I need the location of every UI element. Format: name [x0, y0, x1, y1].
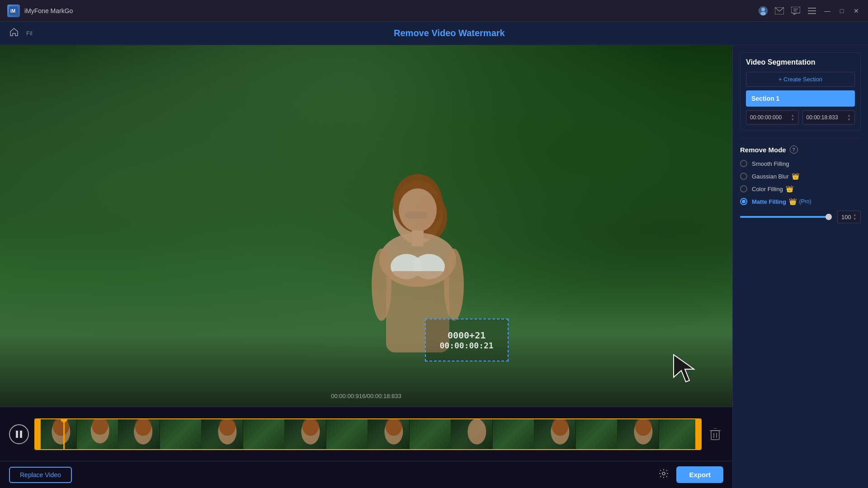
section-1-label: Section 1 [751, 95, 779, 102]
export-button[interactable]: Export [676, 466, 723, 483]
watermark-selection-box[interactable]: 0000+21 00:00:00:21 [425, 319, 509, 361]
svg-point-4 [760, 12, 766, 15]
chat-icon[interactable] [790, 5, 801, 16]
video-area: 0000+21 00:00:00:21 00:00:00:916/00:00:1… [0, 45, 732, 488]
cursor-arrow [671, 352, 698, 384]
timeline-playhead[interactable] [63, 418, 65, 449]
thumb-16 [659, 419, 701, 449]
titlebar: iM iMyFone MarkGo [0, 0, 868, 22]
opacity-slider-row: 100 ▲ ▼ [740, 211, 861, 223]
segmentation-title: Video Segmentation [746, 58, 855, 66]
thumb-15 [618, 419, 659, 449]
watermark-text-1: 0000+21 [448, 330, 486, 341]
svg-rect-6 [791, 7, 800, 13]
svg-point-16 [399, 188, 437, 232]
value-spinner[interactable]: ▲ ▼ [853, 213, 857, 221]
section-1-row: Section 1 00:00:00:000 ▲ ▼ 00:00:18:833 … [746, 90, 855, 125]
color-filling-option[interactable]: Color Filling 👑 [740, 185, 861, 192]
timeline-left-handle[interactable] [35, 419, 41, 449]
svg-point-22 [372, 249, 392, 321]
section-1-item[interactable]: Section 1 [746, 90, 855, 107]
svg-rect-43 [711, 431, 719, 440]
toolbar: Fil Remove Video Watermark [0, 22, 868, 45]
thumb-6 [243, 419, 285, 449]
gaussian-pro-badge: 👑 [792, 173, 799, 180]
timeline-area [0, 407, 732, 461]
opacity-slider-track[interactable] [740, 216, 832, 218]
menu-icon[interactable] [807, 5, 817, 16]
color-pro-badge: 👑 [786, 185, 793, 192]
matte-filling-radio[interactable] [740, 198, 747, 205]
video-container[interactable]: 0000+21 00:00:00:21 00:00:00:916/00:00:1… [0, 45, 732, 407]
thumb-1 [35, 419, 77, 449]
thumb-10 [410, 419, 451, 449]
start-spinner[interactable]: ▲ ▼ [791, 113, 795, 122]
page-title: Remove Video Watermark [40, 28, 859, 38]
maximize-button[interactable]: □ [837, 6, 846, 15]
app-logo: iM [7, 5, 20, 17]
video-time-display: 00:00:00:916/00:00:18:833 [331, 393, 401, 399]
color-filling-label: Color Filling 👑 [752, 185, 793, 192]
timeline-track[interactable] [34, 418, 702, 450]
smooth-filling-option[interactable]: Smooth Filling [740, 160, 861, 167]
remove-mode-panel: Remove Mode ? Smooth Filling Gaussian Bl… [740, 138, 861, 223]
thumb-3 [118, 419, 160, 449]
app-title: iMyFone MarkGo [24, 7, 758, 14]
remove-mode-title: Remove Mode ? [740, 145, 861, 154]
window-controls: — □ ✕ [758, 5, 861, 16]
timeline-thumbnails [35, 419, 701, 449]
thumb-11 [451, 419, 493, 449]
settings-icon[interactable] [658, 468, 669, 481]
home-icon[interactable] [9, 27, 19, 39]
end-spinner[interactable]: ▲ ▼ [847, 113, 851, 122]
watermark-text-2: 00:00:00:21 [439, 341, 493, 350]
svg-text:iM: iM [10, 9, 15, 14]
gaussian-blur-label: Gaussian Blur 👑 [752, 173, 799, 180]
smooth-filling-label: Smooth Filling [752, 160, 789, 167]
thumb-13 [534, 419, 576, 449]
section-1-end-input[interactable]: 00:00:18:833 ▲ ▼ [802, 110, 855, 125]
thumb-14 [576, 419, 618, 449]
mail-icon[interactable] [774, 5, 785, 16]
thumb-12 [493, 419, 534, 449]
thumb-7 [285, 419, 326, 449]
timeline-right-handle[interactable] [695, 419, 701, 449]
replace-video-button[interactable]: Replace Video [9, 467, 72, 483]
section-1-times: 00:00:00:000 ▲ ▼ 00:00:18:833 ▲ ▼ [746, 110, 855, 125]
gaussian-blur-radio[interactable] [740, 173, 747, 180]
svg-rect-25 [20, 431, 22, 438]
help-icon[interactable]: ? [790, 145, 798, 154]
create-section-button[interactable]: + Create Section [746, 72, 855, 87]
segmentation-panel: Video Segmentation + Create Section Sect… [740, 52, 861, 131]
opacity-value[interactable]: 100 ▲ ▼ [837, 211, 861, 223]
smooth-filling-radio[interactable] [740, 160, 747, 167]
bottom-bar: Replace Video Export [0, 461, 732, 488]
svg-point-48 [662, 472, 665, 475]
opacity-slider-fill [740, 216, 832, 218]
matte-filling-label: Matte Filling 👑 (Pro) [752, 198, 811, 205]
svg-point-23 [444, 249, 464, 321]
right-panel: Video Segmentation + Create Section Sect… [732, 45, 868, 488]
minimize-button[interactable]: — [823, 6, 832, 15]
video-frame: 0000+21 00:00:00:21 00:00:00:916/00:00:1… [0, 45, 732, 407]
thumb-5 [202, 419, 243, 449]
svg-point-3 [761, 8, 765, 11]
svg-rect-24 [16, 431, 18, 438]
main-content: 0000+21 00:00:00:21 00:00:00:916/00:00:1… [0, 45, 868, 488]
pause-button[interactable] [9, 424, 29, 444]
delete-segment-button[interactable] [707, 426, 723, 442]
matte-pro-badge: 👑 [789, 198, 797, 205]
color-filling-radio[interactable] [740, 185, 747, 192]
matte-filling-option[interactable]: Matte Filling 👑 (Pro) [740, 198, 861, 205]
opacity-slider-thumb[interactable] [826, 214, 832, 220]
close-button[interactable]: ✕ [852, 6, 861, 15]
user-icon[interactable] [758, 5, 769, 16]
thumb-4 [160, 419, 202, 449]
svg-point-38 [467, 419, 486, 445]
section-1-start-input[interactable]: 00:00:00:000 ▲ ▼ [746, 110, 799, 125]
video-subject [332, 172, 504, 407]
thumb-9 [368, 419, 410, 449]
gaussian-blur-option[interactable]: Gaussian Blur 👑 [740, 173, 861, 180]
bottom-right-controls: Export [658, 466, 723, 483]
thumb-2 [77, 419, 118, 449]
